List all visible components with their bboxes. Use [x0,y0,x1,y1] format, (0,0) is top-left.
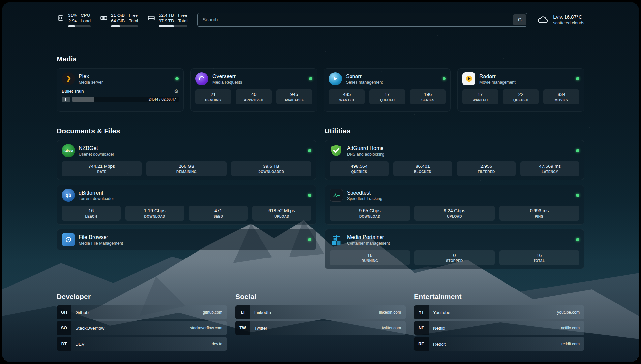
app-desc: DNS and adblocking [347,152,384,157]
speedtest-stats: 9.65 Gbps DOWNLOAD 9.24 Gbps UPLOAD 0.99… [330,206,579,221]
playback-progress-bar[interactable]: 24:44 / 02:06:47 [72,97,179,102]
media-cards: Plex Media server Bullet Train ⚙ 24:4 [57,68,584,112]
cpu-icon [57,13,65,22]
service-card-radarr[interactable]: Radarr Movie management 17 WANTED 22 QUE… [457,68,584,112]
status-dot [308,194,311,197]
netflix-icon: NF [414,321,429,335]
service-card-overseerr[interactable]: Overseerr Media Requests 21 PENDING 40 A… [190,68,317,112]
stat-stopped: 0 STOPPED [414,250,495,265]
portainer-icon [330,233,343,246]
bookmark-url: twitter.com [382,326,406,330]
disk-free-value: 52.4 TB [159,13,174,18]
search-bar: G [197,13,527,27]
stat-value: 9.24 Gbps [416,208,493,214]
stat-value: 618.52 Mbps [254,208,310,214]
bookmark-netflix[interactable]: NF Netflix netflix.com [414,321,584,335]
playback-progress-fill [72,97,94,102]
stat-rate: 744.21 Mbps RATE [62,161,142,176]
bookmark-youtube[interactable]: YT YouTube youtube.com [414,305,584,319]
stat-label: DOWNLOAD [331,215,409,219]
bookmark-url: github.com [203,310,227,315]
bookmark-url: youtube.com [557,310,584,315]
stat-filtered: 2,956 FILTERED [457,161,516,176]
app-desc: Torrent downloader [79,197,114,201]
stat-value: 744.21 Mbps [63,164,140,169]
stat-label: DOWNLOADED [232,170,310,174]
search-provider-button[interactable]: G [513,14,526,25]
stat-label: UPLOAD [254,215,310,219]
stackoverflow-icon: SO [57,321,71,335]
dev-icon: DT [57,337,71,351]
header-divider [57,35,584,35]
stat-wanted: 17 WANTED [462,89,498,104]
stat-value: 16 [501,253,578,258]
stat-seed: 471 SEED [189,206,248,221]
bookmark-name: StackOverflow [71,326,104,331]
hard-drive-icon [147,13,155,22]
developer-bookmarks: GH Github github.com SO StackOverflow st… [57,305,227,351]
status-dot [309,77,312,80]
app-name: Overseerr [212,73,242,79]
service-card-qbittorrent[interactable]: qb qBittorrent Torrent downloader 16 [57,185,316,225]
stat-value: 39.6 TB [232,164,310,169]
adguard-stats: 498,564 QUERIES 86,401 BLOCKED 2,956 FIL… [330,161,579,176]
memory-progress-fill [111,25,120,27]
service-card-speedtest[interactable]: Speedtest Speedtest Tracking 9.65 Gbps D… [325,185,584,225]
service-card-portainer[interactable]: Media Portainer Container management 16 … [325,229,584,269]
bookmark-twitter[interactable]: TW Twitter twitter.com [235,321,406,335]
stat-queued: 22 QUEUED [503,89,539,104]
app-name: Media Portainer [347,234,390,240]
pause-button[interactable] [62,97,70,102]
stat-value: 86,401 [395,164,451,169]
service-card-nzbget[interactable]: nzbget NZBGet Usenet downloader 744.21 M… [57,140,316,180]
section-title-developer: Developer [57,293,227,301]
github-icon: GH [57,305,71,319]
bookmark-github[interactable]: GH Github github.com [57,305,227,319]
bookmark-dev[interactable]: DT DEV dev.to [57,337,227,351]
speedtest-icon [330,189,343,202]
utilities-cards: AdGuard Home DNS and adblocking 498,564 … [325,140,584,269]
bookmark-stackoverflow[interactable]: SO StackOverflow stackoverflow.com [57,321,227,335]
bookmark-linkedin[interactable]: LI LinkedIn linkedin.com [235,305,406,319]
app-name: Speedtest [347,190,382,196]
stat-value: 47.569 ms [522,164,578,169]
stat-label: TOTAL [501,259,578,263]
qbittorrent-stats: 16 LEECH 1.19 Gbps DOWNLOAD 471 SEED [62,206,311,221]
bookmark-reddit[interactable]: RE Reddit reddit.com [414,337,584,351]
bookmark-name: Twitter [250,326,267,331]
stat-value: 485 [330,92,363,97]
dashboard-screen: 31% CPU 2.94 Load [2,2,639,362]
radarr-stats: 17 WANTED 22 QUEUED 834 MOVIES [462,89,579,104]
bookmark-url: dev.to [212,342,227,346]
bookmark-url: linkedin.com [379,310,406,315]
service-card-plex[interactable]: Plex Media server Bullet Train ⚙ 24:4 [57,68,184,112]
app-name: Sonarr [346,73,383,79]
disk-total-value: 97.9 TB [159,18,174,24]
now-playing-row: Bullet Train ⚙ [62,89,179,94]
filebrowser-icon [62,233,75,246]
stat-label: AVAILABLE [278,98,311,102]
cpu-progress-fill [68,25,75,27]
app-desc: Container management [347,241,390,246]
stat-total: 16 TOTAL [499,250,579,265]
status-dot [576,77,579,80]
settings-gear-icon[interactable]: ⚙ [174,89,179,94]
stat-series: 196 SERIES [410,89,446,104]
plex-icon [62,72,75,85]
service-card-adguard[interactable]: AdGuard Home DNS and adblocking 498,564 … [325,140,584,180]
portainer-stats: 16 RUNNING 0 STOPPED 16 TOTAL [330,250,579,265]
service-card-sonarr[interactable]: Sonarr Series management 485 WANTED 17 Q… [324,68,451,112]
disk-widget: 52.4 TB Free 97.9 TB Total [147,13,188,27]
stat-label: PING [501,215,578,219]
nzbget-icon: nzbget [62,144,75,157]
section-title-media: Media [57,55,584,63]
stat-ping: 0.993 ms PING [499,206,579,221]
search-input[interactable] [198,17,513,22]
disk-progress-bar [159,25,188,27]
section-developer: Developer GH Github github.com SO StackO… [57,293,227,351]
qbittorrent-icon: qb [62,189,75,202]
service-card-filebrowser[interactable]: File Browser Media File Management [57,229,316,250]
bookmark-url: reddit.com [561,342,584,346]
memory-widget: 21 GiB Free 64 GiB Total [100,13,138,27]
stat-label: MOVIES [545,98,578,102]
